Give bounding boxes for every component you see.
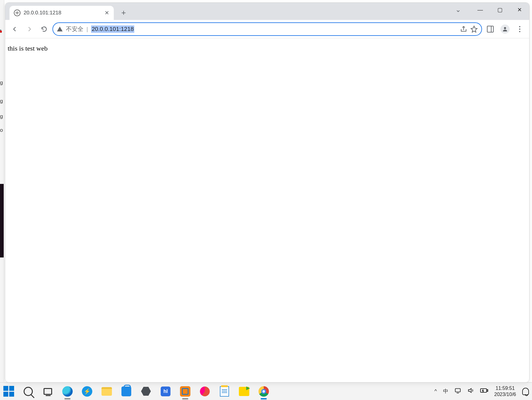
volume-icon[interactable] (467, 387, 474, 395)
tab-strip: 20.0.0.101:1218 ✕ + ⌄ — ▢ ✕ (5, 3, 529, 20)
svg-rect-1 (455, 389, 461, 392)
battery-icon[interactable] (480, 388, 488, 395)
potplayer-app-icon[interactable] (239, 386, 250, 397)
share-icon[interactable] (460, 25, 467, 33)
ghost-char: g (0, 98, 3, 104)
back-button[interactable] (8, 23, 21, 36)
tray-overflow-button[interactable]: ^ (434, 388, 437, 394)
tab-search-button[interactable]: ⌄ (448, 3, 468, 17)
task-view-button[interactable] (42, 386, 53, 397)
close-tab-button[interactable]: ✕ (104, 10, 109, 16)
background-window-sliver: t g g g o (0, 0, 4, 382)
side-panel-button[interactable] (484, 23, 497, 36)
notifications-button[interactable] (522, 388, 529, 395)
avatar-icon (500, 25, 510, 34)
chrome-app-icon[interactable] (258, 386, 269, 397)
address-bar[interactable]: 不安全 | 20.0.0.101:1218 (52, 22, 482, 36)
file-explorer-icon[interactable] (101, 386, 112, 397)
windows-taskbar: hl ^ 中 11:59:51 2023/10/6 (0, 382, 532, 400)
spiral-app-icon[interactable] (199, 386, 210, 397)
svg-point-0 (504, 27, 506, 29)
hex-app-icon[interactable] (140, 386, 151, 397)
separator: | (86, 26, 88, 32)
chrome-menu-button[interactable] (513, 23, 526, 36)
chrome-window: 20.0.0.101:1218 ✕ + ⌄ — ▢ ✕ 不安全 | 20.0.0… (5, 2, 530, 383)
ghost-char: g (0, 113, 3, 120)
taskbar-search-button[interactable] (23, 386, 34, 397)
ime-indicator[interactable]: 中 (443, 388, 448, 395)
warning-icon (57, 26, 63, 32)
notepad-app-icon[interactable] (219, 386, 230, 397)
thunder-app-icon[interactable] (82, 386, 93, 397)
todesk-app-icon[interactable]: hl (160, 386, 171, 397)
vmware-app-icon[interactable] (180, 386, 191, 397)
page-body-text: this is test web (8, 44, 48, 52)
svg-rect-3 (487, 390, 488, 391)
taskbar-clock[interactable]: 11:59:51 2023/10/6 (494, 385, 516, 397)
clock-date: 2023/10/6 (494, 391, 516, 397)
security-status: 不安全 (66, 25, 83, 33)
page-content: this is test web (5, 38, 529, 59)
reload-button[interactable] (38, 23, 51, 36)
microsoft-store-icon[interactable] (121, 386, 132, 397)
tab-title: 20.0.0.101:1218 (24, 10, 101, 16)
window-caption-buttons: ⌄ — ▢ ✕ (448, 3, 529, 17)
bookmark-star-icon[interactable] (470, 25, 478, 33)
browser-tab[interactable]: 20.0.0.101:1218 ✕ (10, 6, 114, 20)
browser-toolbar: 不安全 | 20.0.0.101:1218 (5, 20, 529, 38)
taskbar-pinned-apps: hl (3, 386, 269, 397)
forward-button[interactable] (23, 23, 36, 36)
new-tab-button[interactable]: + (117, 6, 130, 19)
ghost-char: o (0, 127, 3, 133)
minimize-button[interactable]: — (470, 3, 490, 17)
close-window-button[interactable]: ✕ (510, 3, 529, 17)
clock-time: 11:59:51 (494, 385, 516, 391)
system-tray: ^ 中 11:59:51 2023/10/6 (434, 385, 529, 397)
ghost-char: g (0, 80, 3, 86)
maximize-button[interactable]: ▢ (490, 3, 510, 17)
start-button[interactable] (3, 386, 14, 397)
edge-app-icon[interactable] (62, 386, 73, 397)
network-icon[interactable] (454, 387, 461, 395)
url-text: 20.0.0.101:1218 (91, 25, 134, 33)
profile-button[interactable] (499, 23, 511, 36)
globe-icon (14, 10, 21, 16)
